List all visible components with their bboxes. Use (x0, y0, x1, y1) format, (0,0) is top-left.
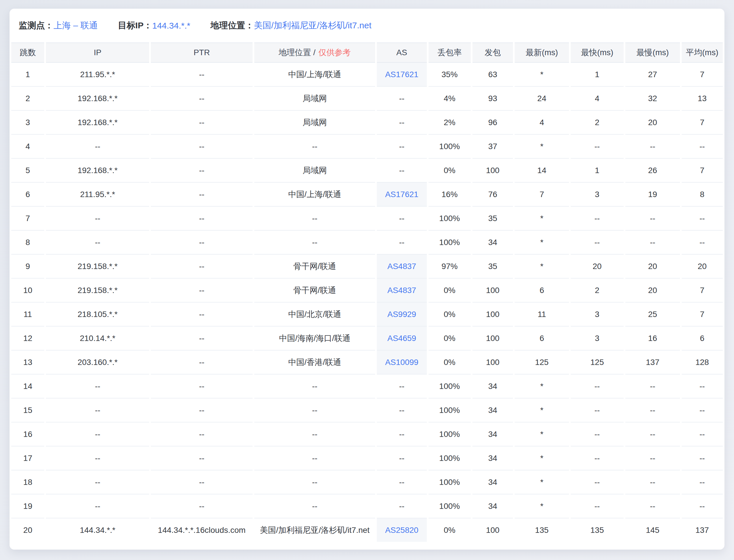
avg-cell: -- (682, 422, 723, 446)
as-cell: -- (377, 446, 427, 470)
as-cell: AS4837 (377, 279, 427, 303)
fastest-cell: 3 (571, 183, 624, 207)
ip-cell: -- (46, 470, 149, 494)
monitor-point-value[interactable]: 上海 – 联通 (53, 20, 98, 31)
hop-cell: 1 (11, 63, 44, 87)
table-header-row: 跳数 IP PTR 地理位置 /仅供参考 AS 丢包率 发包 最新(ms) 最快… (11, 42, 723, 63)
slowest-cell: 145 (625, 518, 680, 542)
hop-cell: 2 (11, 87, 44, 111)
col-slowest: 最慢(ms) (625, 42, 680, 63)
avg-cell: -- (682, 470, 723, 494)
loss-cell: 100% (429, 470, 471, 494)
ptr-cell: -- (151, 135, 253, 159)
geo-cell: -- (254, 494, 375, 518)
slowest-cell: 137 (625, 351, 680, 374)
as-link[interactable]: AS10099 (385, 358, 418, 367)
as-cell: -- (377, 374, 427, 398)
loss-cell: 0% (429, 327, 471, 351)
geo-cell: 骨干网/联通 (254, 255, 375, 279)
ptr-cell: 144.34.*.*.16clouds.com (151, 518, 253, 542)
table-row: 18--------100%34*------ (11, 470, 723, 494)
ptr-cell: -- (151, 231, 253, 255)
as-link[interactable]: AS17621 (385, 70, 418, 79)
monitor-point-label: 监测点： (19, 20, 53, 31)
avg-cell: 137 (682, 518, 723, 542)
hop-cell: 13 (11, 351, 44, 374)
as-link[interactable]: AS17621 (385, 190, 418, 199)
avg-cell: 13 (682, 87, 723, 111)
table-row: 4--------100%37*------ (11, 135, 723, 159)
ptr-cell: -- (151, 63, 253, 87)
as-cell: AS17621 (377, 183, 427, 207)
slowest-cell: 27 (625, 63, 680, 87)
as-link[interactable]: AS25820 (385, 526, 418, 535)
sent-cell: 100 (472, 351, 513, 374)
as-link[interactable]: AS4837 (387, 262, 416, 271)
avg-cell: -- (682, 207, 723, 231)
loss-cell: 100% (429, 494, 471, 518)
geo-cell: -- (254, 446, 375, 470)
as-cell: AS4659 (377, 327, 427, 351)
ptr-cell: -- (151, 470, 253, 494)
as-link[interactable]: AS4659 (387, 334, 416, 343)
loss-cell: 0% (429, 518, 471, 542)
as-cell: -- (377, 87, 427, 111)
sent-cell: 100 (472, 518, 513, 542)
sent-cell: 96 (472, 111, 513, 135)
slowest-cell: -- (625, 446, 680, 470)
col-geo: 地理位置 /仅供参考 (254, 42, 375, 63)
table-row: 13203.160.*.*--中国/香港/联通AS100990%10012512… (11, 351, 723, 374)
table-row: 17--------100%34*------ (11, 446, 723, 470)
table-row: 15--------100%34*------ (11, 398, 723, 422)
slowest-cell: -- (625, 207, 680, 231)
geo-cell: 局域网 (254, 87, 375, 111)
geo-cell: 中国/海南/海口/联通 (254, 327, 375, 351)
ip-cell: 218.105.*.* (46, 303, 149, 327)
fastest-cell: -- (571, 470, 624, 494)
slowest-cell: -- (625, 398, 680, 422)
col-sent: 发包 (472, 42, 513, 63)
sent-cell: 63 (472, 63, 513, 87)
latest-cell: 24 (515, 87, 569, 111)
avg-cell: 7 (682, 63, 723, 87)
geo-location-value[interactable]: 美国/加利福尼亚/洛杉矶/it7.net (254, 20, 372, 31)
fastest-cell: -- (571, 446, 624, 470)
fastest-cell: 125 (571, 351, 624, 374)
fastest-cell: -- (571, 207, 624, 231)
geo-cell: -- (254, 374, 375, 398)
fastest-cell: 3 (571, 303, 624, 327)
as-link[interactable]: AS4837 (387, 286, 416, 295)
latest-cell: 6 (515, 279, 569, 303)
fastest-cell: 3 (571, 327, 624, 351)
table-row: 19--------100%34*------ (11, 494, 723, 518)
ip-cell: 210.14.*.* (46, 327, 149, 351)
latest-cell: 11 (515, 303, 569, 327)
avg-cell: 7 (682, 111, 723, 135)
ptr-cell: -- (151, 255, 253, 279)
ip-cell: -- (46, 422, 149, 446)
as-cell: -- (377, 494, 427, 518)
hop-cell: 15 (11, 398, 44, 422)
hop-cell: 16 (11, 422, 44, 446)
geo-cell: 中国/北京/联通 (254, 303, 375, 327)
ptr-cell: -- (151, 183, 253, 207)
col-as: AS (377, 42, 427, 63)
table-row: 9219.158.*.*--骨干网/联通AS483797%35*202020 (11, 255, 723, 279)
geo-cell: -- (254, 398, 375, 422)
slowest-cell: 20 (625, 279, 680, 303)
as-cell: -- (377, 207, 427, 231)
as-link[interactable]: AS9929 (387, 310, 416, 319)
target-ip-value[interactable]: 144.34.*.* (152, 21, 190, 31)
geo-cell: 中国/上海/联通 (254, 63, 375, 87)
table-row: 20144.34.*.*144.34.*.*.16clouds.com美国/加利… (11, 518, 723, 542)
hop-cell: 10 (11, 279, 44, 303)
col-loss: 丢包率 (429, 42, 471, 63)
avg-cell: 128 (682, 351, 723, 374)
latest-cell: * (515, 398, 569, 422)
ptr-cell: -- (151, 87, 253, 111)
latest-cell: 6 (515, 327, 569, 351)
latest-cell: 4 (515, 111, 569, 135)
fastest-cell: 1 (571, 63, 624, 87)
ptr-cell: -- (151, 159, 253, 183)
summary-bar: 监测点： 上海 – 联通 目标IP： 144.34.*.* 地理位置： 美国/加… (10, 9, 724, 42)
